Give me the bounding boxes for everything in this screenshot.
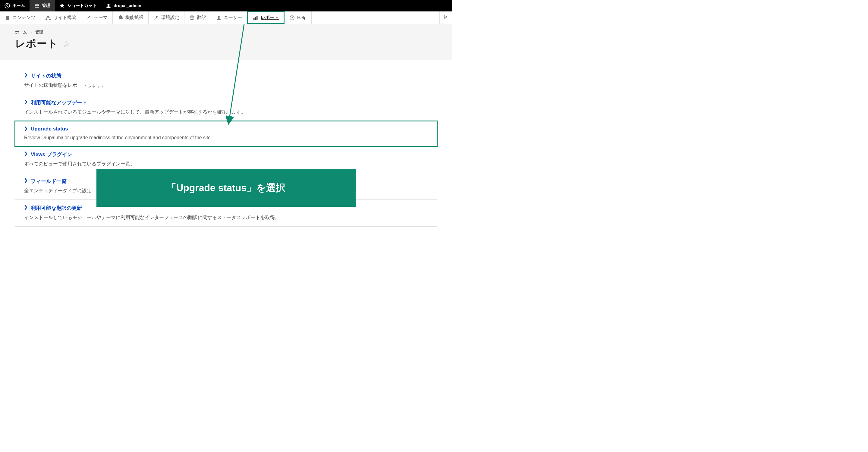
report-desc: インストールしているモジュールやテーマに利用可能なインターフェースの翻訳に関する… [24,215,433,221]
topbar-admin-label: 管理 [42,3,50,8]
brush-icon [86,15,92,21]
nav-structure[interactable]: サイト構築 [40,11,82,24]
svg-point-7 [218,16,220,18]
report-link-field-list[interactable]: フィールド一覧 [31,179,67,184]
topbar-user-label: drupal_admin [114,3,141,8]
nav-people[interactable]: ユーザー [211,11,247,24]
chevron-right-icon: ❯ [24,204,28,209]
report-link-site-status[interactable]: サイトの状態 [31,73,61,79]
report-item-site-status: ❯ サイトの状態 サイトの稼働状態をレポートします。 [15,67,437,94]
bar-chart-icon [253,15,258,21]
nav-appearance-label: テーマ [94,15,107,21]
page-title-row: レポート ☆ [15,37,437,51]
report-desc: Review Drupal major upgrade readiness of… [24,135,433,140]
structure-icon [45,15,51,21]
nav-extend[interactable]: 機能拡張 [113,11,149,24]
nav-content-label: コンテンツ [13,15,35,21]
breadcrumb-home[interactable]: ホーム [15,30,27,35]
report-item-views-plugins: ❯ Views プラグイン すべてのビューで使用されているプラグイン一覧。 [15,146,437,173]
breadcrumb: ホーム › 管理 [15,30,437,35]
page-title: レポート [15,37,58,51]
report-link-translation-updates[interactable]: 利用可能な翻訳の更新 [31,205,82,211]
annotation-text: 「Upgrade status」を選択 [167,182,285,193]
nav-translate-label: 翻訳 [197,15,206,21]
topbar-admin[interactable]: 管理 [30,0,55,11]
main-content: ❯ サイトの状態 サイトの稼働状態をレポートします。 ❯ 利用可能なアップデート… [0,60,452,234]
nav-configuration[interactable]: 環境設定 [149,11,184,24]
nav-reports[interactable]: レポート [247,11,284,24]
report-link-upgrade-status[interactable]: Upgrade status [31,126,68,132]
nav-people-label: ユーザー [224,15,242,21]
puzzle-icon [118,15,123,21]
annotation-callout: 「Upgrade status」を選択 [96,169,355,207]
topbar-home[interactable]: ホーム [0,0,30,11]
nav-extend-label: 機能拡張 [125,15,144,21]
svg-rect-2 [47,16,49,17]
report-item-available-updates: ❯ 利用可能なアップデート インストールされているモジュールやテーマに対して、最… [15,94,437,121]
svg-rect-3 [45,19,47,20]
topbar-shortcuts-label: ショートカット [67,3,97,8]
report-link-views-plugins[interactable]: Views プラグイン [31,152,72,157]
globe-icon [189,15,195,21]
hamburger-icon [34,3,39,8]
chevron-right-icon: ❯ [24,72,28,77]
svg-rect-10 [256,16,258,20]
page-header: ホーム › 管理 レポート ☆ [0,24,452,60]
nav-configuration-label: 環境設定 [161,15,179,21]
chevron-right-icon: ❯ [24,99,28,104]
chevron-right-icon: ❯ [24,151,28,156]
help-icon: ? [289,15,295,21]
nav-content[interactable]: コンテンツ [0,11,40,24]
svg-rect-9 [255,17,256,20]
nav-translate[interactable]: 翻訳 [184,11,211,24]
report-desc: すべてのビューで使用されているプラグイン一覧。 [24,161,433,167]
report-item-upgrade-status: ❯ Upgrade status Review Drupal major upg… [15,121,437,146]
star-icon [59,3,65,8]
topbar-home-label: ホーム [12,3,25,8]
svg-text:?: ? [291,16,293,20]
nav-structure-label: サイト構築 [54,15,76,21]
user-icon [106,3,111,8]
topbar-shortcuts[interactable]: ショートカット [55,0,101,11]
svg-point-1 [107,4,110,6]
svg-rect-8 [253,18,255,20]
breadcrumb-separator: › [30,30,32,35]
back-circle-icon [4,3,10,8]
nav-help[interactable]: ? Help [284,11,312,24]
chevron-right-icon: ❯ [24,178,28,183]
report-link-available-updates[interactable]: 利用可能なアップデート [31,100,87,105]
breadcrumb-admin[interactable]: 管理 [35,30,43,35]
svg-rect-4 [49,19,51,20]
chevron-right-icon: ❯ [24,126,28,131]
wrench-icon [153,15,159,21]
svg-point-0 [5,3,10,8]
topbar: ホーム 管理 ショートカット drupal_admin [0,0,452,11]
toolbar-collapse-button[interactable] [439,11,452,24]
report-desc: インストールされているモジュールやテーマに対して、最新アップデートが存在するかを… [24,109,433,116]
topbar-user[interactable]: drupal_admin [101,0,146,11]
nav-help-label: Help [297,15,307,20]
person-icon [216,15,221,21]
collapse-icon [443,14,449,21]
nav-reports-label: レポート [261,15,279,21]
favorite-star-icon[interactable]: ☆ [62,39,70,49]
nav-appearance[interactable]: テーマ [82,11,113,24]
document-icon [5,15,10,21]
report-desc: サイトの稼働状態をレポートします。 [24,82,433,89]
admin-toolbar: コンテンツ サイト構築 テーマ 機能拡張 環境設定 翻訳 ユーザー [0,11,452,24]
